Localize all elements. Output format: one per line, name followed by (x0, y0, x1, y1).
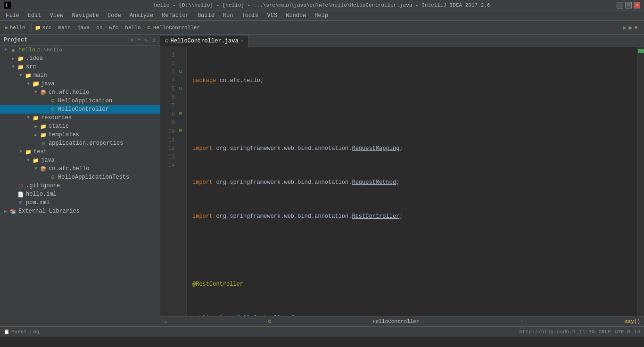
minimize-button[interactable]: ─ (617, 2, 623, 8)
tree-item-cnwfchello[interactable]: ▼ 📦 cn.wfc.hello (0, 88, 160, 97)
fold-8[interactable]: ⊟ (179, 110, 186, 119)
tree-item-templates[interactable]: ▶ 📁 templates (0, 131, 160, 139)
tree-item-appprops[interactable]: ⚙ application.properties (0, 139, 160, 148)
menu-view[interactable]: View (46, 11, 67, 20)
tree-item-hello[interactable]: ▼ ◉ hello D:\hello (0, 46, 160, 54)
project-icon: ◉ (9, 46, 17, 54)
tree-item-idea[interactable]: ▶ 📁 .idea (0, 54, 160, 63)
menu-refactor[interactable]: Refactor (158, 11, 193, 20)
sidebar-collapse-icon[interactable]: ⊟ (150, 37, 156, 43)
code-line-4: import org.springframework.web.bind.anno… (192, 178, 632, 187)
extlibs-icon: 📚 (9, 207, 17, 215)
gutter-mark-green (638, 49, 644, 53)
breadcrumb-cn[interactable]: cn (96, 25, 102, 31)
line-num-14: 14 (162, 161, 175, 170)
line-numbers: 1 2 3 4 5 6 7 8 9 10 11 12 13 14 (160, 47, 179, 316)
status-lines: 14 (634, 329, 640, 335)
code-line-3: import org.springframework.web.bind.anno… (192, 144, 632, 153)
menu-vcs[interactable]: VCS (264, 11, 281, 20)
breadcrumb-java[interactable]: java (77, 25, 90, 31)
right-gutter (637, 47, 644, 316)
menu-run[interactable]: Run (219, 11, 237, 20)
breadcrumb-wfc[interactable]: wfc (109, 25, 119, 31)
code-content[interactable]: package cn.wfc.hello; import org.springf… (187, 47, 637, 316)
tree-label-resources: resources (41, 115, 72, 121)
line-num-10: 10 (162, 127, 175, 136)
menu-build[interactable]: Build (194, 11, 218, 20)
bottom-method-name[interactable]: say() (625, 319, 640, 324)
folder-src-icon: 📁 (17, 63, 25, 71)
tree-arrow-extlibs: ▶ (2, 209, 9, 214)
tree-item-hellocontroller[interactable]: C HelloController (0, 105, 160, 114)
menu-window[interactable]: Window (282, 11, 310, 20)
menu-code[interactable]: Code (104, 11, 125, 20)
tree-item-main[interactable]: ▼ 📁 main (0, 71, 160, 80)
code-editor[interactable]: 1 2 3 4 5 6 7 8 9 10 11 12 13 14 ⊟ (160, 47, 644, 316)
menu-file[interactable]: File (2, 11, 23, 20)
line-num-9: 9 (162, 119, 175, 127)
breadcrumb-sep5: › (120, 25, 123, 30)
fold-5[interactable]: ⊟ (179, 85, 186, 93)
java-helloapp-icon: C (49, 97, 57, 105)
close-button[interactable]: ✕ (634, 2, 640, 8)
status-position[interactable]: 11:30 (579, 329, 594, 335)
breadcrumb-controller[interactable]: HelloController (153, 25, 200, 31)
tree-item-testjava[interactable]: ▼ 📁 java (0, 156, 160, 165)
tree-arrow-test: ▼ (17, 149, 25, 154)
breadcrumb-hello[interactable]: hello (125, 25, 140, 31)
git-icon: ⬡ (17, 182, 25, 190)
tree-item-test[interactable]: ▼ 📁 test (0, 148, 160, 156)
run-button[interactable]: ▶ (623, 24, 627, 32)
sidebar-sync-icon[interactable]: ↻ (143, 37, 149, 43)
menu-tools[interactable]: Tools (238, 11, 263, 20)
bottom-bar: ⚠ C HelloController › say() (160, 316, 644, 326)
fold-10[interactable]: ⊟ (179, 127, 186, 136)
tree-item-src[interactable]: ▼ 📁 src (0, 63, 160, 71)
tree-label-testpkg: cn.wfc.hello (49, 165, 89, 172)
tree-item-helloapp[interactable]: C HelloApplication (0, 97, 160, 105)
tab-label: HelloController.java (171, 38, 239, 44)
bottom-class-name[interactable]: HelloController (372, 319, 419, 324)
toolbar-separator-1 (31, 23, 32, 33)
tree-item-gitignore[interactable]: ⬡ .gitignore (0, 182, 160, 190)
tree-label-main: main (33, 72, 47, 79)
tree-item-static[interactable]: ▶ 📁 static (0, 122, 160, 131)
tree-item-testapp[interactable]: C HelloApplicationTests (0, 173, 160, 182)
tree-item-testpkg[interactable]: ▼ 📦 cn.wfc.hello (0, 165, 160, 173)
sidebar-add-icon[interactable]: + (136, 37, 142, 43)
maximize-button[interactable]: □ (625, 2, 632, 8)
status-event-log-label[interactable]: Event Log (11, 329, 39, 335)
tab-close-icon[interactable]: × (241, 39, 244, 44)
tab-hellocontroller[interactable]: C HelloController.java × (160, 35, 249, 47)
window-controls[interactable]: ─ □ ✕ (617, 2, 640, 8)
breadcrumb-sep1: › (53, 25, 56, 30)
breadcrumb-src[interactable]: src (42, 25, 52, 31)
fold-3[interactable]: ⊟ (179, 68, 186, 76)
tabs-bar: C HelloController.java × (160, 35, 644, 47)
breadcrumb-main[interactable]: main (58, 25, 70, 31)
tree-item-helloiml[interactable]: 📄 hello.iml (0, 190, 160, 198)
menu-navigate[interactable]: Navigate (68, 11, 103, 20)
tree-label-static: static (49, 123, 69, 130)
tree-item-extlibs[interactable]: ▶ 📚 External Libraries (0, 207, 160, 215)
stop-button[interactable]: ■ (635, 25, 637, 30)
fold-2 (179, 59, 186, 68)
debug-button[interactable]: ▶ (629, 24, 633, 32)
status-encoding[interactable]: UTF-8 (615, 329, 630, 335)
sidebar-settings-icon[interactable]: ⚙ (129, 37, 135, 43)
fold-gutter: ⊟ ⊟ ⊟ ⊟ (179, 47, 187, 316)
source-testjava-icon: 📁 (32, 157, 40, 164)
menu-analyze[interactable]: Analyze (126, 11, 157, 20)
toolbar: ▶ hello 📁 src › main › java › cn › wfc ›… (0, 21, 644, 35)
tree-item-resources[interactable]: ▼ 📁 resources (0, 114, 160, 122)
status-line-ending[interactable]: CRLF (598, 329, 611, 335)
toolbar-project-icon: ▶ hello (3, 24, 28, 32)
tree-item-java[interactable]: ▼ 📁 java (0, 80, 160, 88)
menu-help[interactable]: Help (311, 11, 332, 20)
tree-item-pomxml[interactable]: m pom.xml (0, 198, 160, 207)
bottom-class-icon: C (268, 319, 272, 324)
status-right: http://blog.csdn.n 11:30 CRLF UTF-8 14 (520, 329, 640, 335)
tree-label-extlibs: External Libraries (18, 208, 80, 215)
sidebar-title: Project (4, 37, 27, 43)
menu-edit[interactable]: Edit (24, 11, 45, 20)
